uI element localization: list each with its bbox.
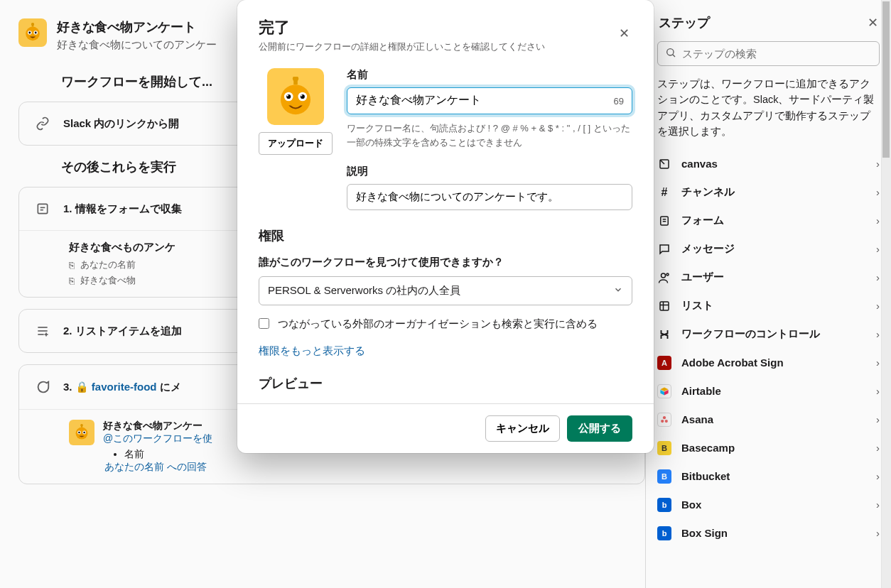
permissions-select[interactable]: PERSOL & Serverworks の社内の人全員: [259, 276, 632, 305]
publish-button[interactable]: 公開する: [567, 415, 632, 442]
svg-point-46: [287, 94, 288, 96]
modal-subtitle: 公開前にワークフローの詳細と権限が正しいことを確認してください: [259, 40, 545, 54]
preview-section-title: プレビュー: [259, 375, 632, 392]
name-label: 名前: [347, 68, 632, 82]
description-label: 説明: [347, 165, 632, 178]
chevron-down-icon: [613, 285, 623, 297]
permissions-value: PERSOL & Serverworks の社内の人全員: [268, 284, 460, 298]
char-count: 69: [614, 95, 624, 106]
modal-overlay: 完了 公開前にワークフローの詳細と権限が正しいことを確認してください ✕ アップ…: [0, 0, 891, 588]
cancel-button[interactable]: キャンセル: [485, 415, 560, 442]
close-icon[interactable]: ✕: [616, 23, 632, 44]
modal-title: 完了: [259, 17, 545, 38]
external-org-label: つながっている外部のオーガナイゼーションも検索と実行に含める: [278, 315, 598, 332]
svg-point-47: [301, 94, 302, 96]
finish-modal: 完了 公開前にワークフローの詳細と権限が正しいことを確認してください ✕ アップ…: [237, 0, 654, 453]
svg-point-40: [293, 77, 298, 82]
name-input[interactable]: [347, 87, 632, 114]
svg-point-41: [281, 85, 310, 114]
workflow-thumbnail: [267, 68, 324, 125]
permissions-title: 権限: [259, 227, 632, 244]
external-org-checkbox-row[interactable]: つながっている外部のオーガナイゼーションも検索と実行に含める: [259, 315, 632, 332]
show-more-permissions-link[interactable]: 権限をもっと表示する: [259, 344, 365, 358]
name-hint: ワークフロー名に、句読点および ! ? @ # % + & $ * : " , …: [347, 121, 632, 151]
external-org-checkbox[interactable]: [259, 318, 269, 329]
permissions-label: 誰がこのワークフローを見つけて使用できますか？: [259, 256, 632, 269]
description-input[interactable]: [347, 184, 632, 210]
modal-footer: キャンセル 公開する: [237, 403, 654, 453]
upload-button[interactable]: アップロード: [259, 132, 333, 155]
